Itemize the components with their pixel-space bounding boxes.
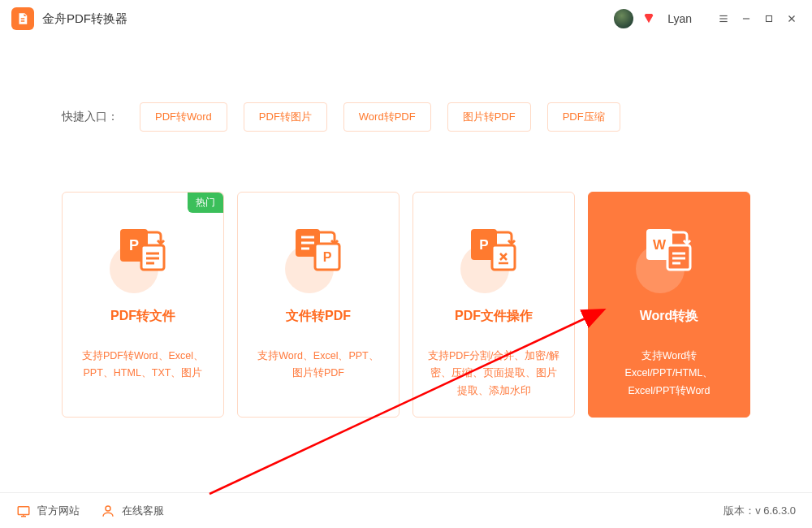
svg-rect-4 xyxy=(767,16,772,22)
quick-entry-label: 快捷入口： xyxy=(62,110,119,124)
minimize-button[interactable] xyxy=(737,10,755,28)
card-pdf-to-file[interactable]: 热门 P PDF转文件 支持PDF转Word、Excel、PPT、HTML、TX… xyxy=(62,192,224,418)
pdf-operations-icon: P xyxy=(425,210,563,288)
quick-btn-word-to-pdf[interactable]: Word转PDF xyxy=(343,102,431,132)
card-file-to-pdf[interactable]: P 文件转PDF 支持Word、Excel、PPT、图片转PDF xyxy=(237,192,400,418)
card-desc: 支持Word、Excel、PPT、图片转PDF xyxy=(249,348,387,383)
user-avatar[interactable] xyxy=(614,9,633,28)
svg-text:P: P xyxy=(479,237,488,253)
card-desc: 支持PDF转Word、Excel、PPT、HTML、TXT、图片 xyxy=(74,348,212,383)
quick-btn-pdf-to-word[interactable]: PDF转Word xyxy=(140,102,227,132)
word-convert-icon: W xyxy=(600,210,738,288)
svg-text:P: P xyxy=(129,237,139,253)
svg-text:W: W xyxy=(653,237,667,253)
card-word-convert[interactable]: W Word转换 支持Word转Excel/PPT/HTML、Excel/PPT… xyxy=(588,192,750,418)
pdf-to-file-icon: P xyxy=(74,210,212,288)
card-desc: 支持PDF分割/合并、加密/解密、压缩、页面提取、图片提取、添加水印 xyxy=(425,348,563,400)
app-logo-icon xyxy=(11,7,34,30)
file-to-pdf-icon: P xyxy=(249,210,387,288)
online-support-link[interactable]: 在线客服 xyxy=(101,504,164,518)
card-pdf-operations[interactable]: P PDF文件操作 支持PDF分割/合并、加密/解密、压缩、页面提取、图片提取、… xyxy=(412,192,575,418)
footer: 官方网站 在线客服 版本：v 6.6.3.0 xyxy=(0,492,812,528)
svg-rect-28 xyxy=(18,506,29,514)
card-title: Word转换 xyxy=(600,308,738,325)
titlebar: 金舟PDF转换器 Lyan xyxy=(0,0,812,37)
quick-btn-pdf-to-image[interactable]: PDF转图片 xyxy=(244,102,327,132)
card-title: 文件转PDF xyxy=(249,308,387,325)
card-title: PDF转文件 xyxy=(74,308,212,325)
quick-btn-pdf-compress[interactable]: PDF压缩 xyxy=(547,102,620,132)
username-label[interactable]: Lyan xyxy=(667,12,692,25)
menu-button[interactable] xyxy=(715,10,732,28)
quick-entry-row: 快捷入口： PDF转Word PDF转图片 Word转PDF 图片转PDF PD… xyxy=(62,102,750,132)
app-title: 金舟PDF转换器 xyxy=(42,11,127,27)
version-text: 版本：v 6.6.3.0 xyxy=(723,504,796,518)
svg-point-31 xyxy=(106,506,110,511)
main-content: 快捷入口： PDF转Word PDF转图片 Word转PDF 图片转PDF PD… xyxy=(0,37,812,418)
maximize-button[interactable] xyxy=(760,10,778,28)
online-support-label: 在线客服 xyxy=(122,504,164,518)
card-desc: 支持Word转Excel/PPT/HTML、Excel/PPT转Word xyxy=(600,348,738,400)
quick-btn-image-to-pdf[interactable]: 图片转PDF xyxy=(447,102,531,132)
card-title: PDF文件操作 xyxy=(425,308,563,325)
close-button[interactable] xyxy=(783,10,801,28)
svg-text:P: P xyxy=(323,250,332,264)
official-website-label: 官方网站 xyxy=(37,504,80,518)
official-website-link[interactable]: 官方网站 xyxy=(16,504,80,518)
vip-diamond-icon[interactable] xyxy=(641,11,656,26)
feature-cards: 热门 P PDF转文件 支持PDF转Word、Excel、PPT、HTML、TX… xyxy=(62,192,750,418)
